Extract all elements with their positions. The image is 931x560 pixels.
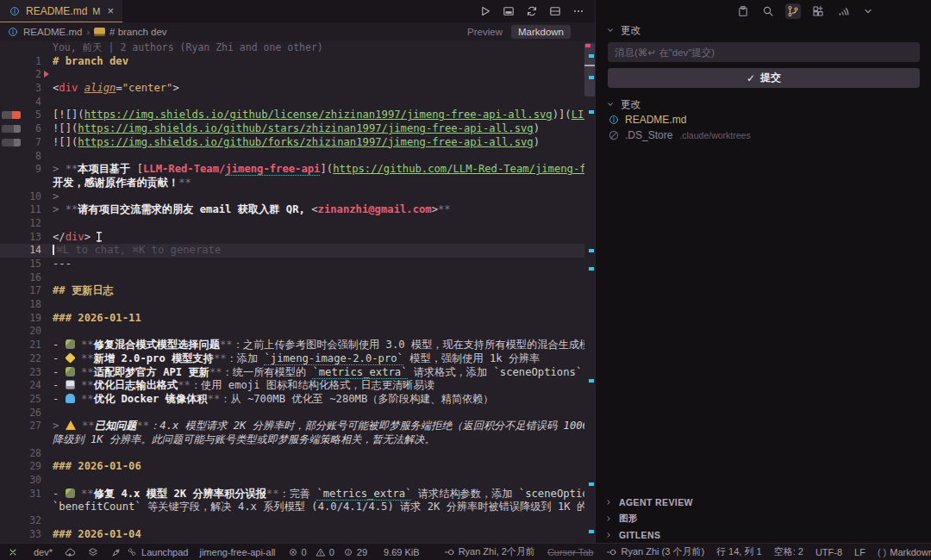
status-language-mode[interactable]: ( )Markdown xyxy=(878,547,931,557)
search-icon[interactable] xyxy=(760,3,776,19)
mode-preview[interactable]: Preview xyxy=(467,27,503,37)
code-line[interactable]: 29### 2026-01-06 xyxy=(0,460,584,474)
stars-badge-thumbnail xyxy=(0,122,22,136)
code-line[interactable]: 5[![](https://img.shields.io/github/lice… xyxy=(0,109,584,122)
status-cursor-indicator[interactable] xyxy=(7,546,19,558)
code-line[interactable]: 11> **请有项目交流需求的朋友 email 获取入群 QR, <zinanz… xyxy=(0,203,584,217)
code-line[interactable]: 6![](https://img.shields.io/github/stars… xyxy=(0,122,584,136)
overview-ruler-scrollbar[interactable] xyxy=(584,41,595,543)
status-label: Launchpad xyxy=(141,547,188,557)
gutter xyxy=(0,420,22,433)
code-line[interactable]: 降级到 1K 分辨率。此问题可能与账号类型或即梦服务端策略相关，暂无法解决。 xyxy=(0,433,584,447)
breadcrumb-symbol[interactable]: # branch dev xyxy=(109,27,167,37)
section-label: 图形 xyxy=(619,513,638,525)
panel-section-agent-review[interactable]: AGENT REVIEW xyxy=(596,494,931,510)
breadcrumb[interactable]: README.md › # branch dev xyxy=(7,26,167,38)
changed-file-.DS_Store[interactable]: .DS_Store.claude/worktrees xyxy=(596,128,931,143)
status-publish[interactable] xyxy=(64,546,76,558)
line-text: > **本项目基于 [LLM-Red-Team/jimeng-free-api]… xyxy=(53,163,584,177)
broadcast-icon[interactable] xyxy=(835,3,851,19)
info-icon xyxy=(9,6,20,16)
code-line[interactable]: 8 xyxy=(0,150,584,164)
code-line[interactable]: `benefitCount` 等关键字段，解决 4.x 系列模型 (4.0/4.… xyxy=(0,501,584,514)
code-line[interactable]: 18 xyxy=(0,298,584,312)
line-text: ![](https://img.shields.io/github/forks/… xyxy=(53,136,540,150)
status-worktrees[interactable] xyxy=(87,546,99,558)
status-indentation[interactable]: 空格: 2 xyxy=(774,545,803,558)
code-line[interactable]: 24- **优化日志输出格式**：使用 emoji 图标和结构化格式，日志更清晰… xyxy=(0,379,584,393)
cyan-change-marker xyxy=(589,530,594,533)
commit-message-input[interactable] xyxy=(608,42,920,62)
more-icon[interactable] xyxy=(572,5,584,17)
status-encoding[interactable]: UTF-8 xyxy=(815,547,842,557)
line-number: 23 xyxy=(22,366,41,380)
status-blame-2[interactable]: Ryan Zhi (3 个月前) xyxy=(605,545,704,558)
source-control-icon[interactable] xyxy=(785,3,801,19)
chevron-right-icon: › xyxy=(86,27,90,37)
gutter xyxy=(0,339,22,352)
tab-readme[interactable]: README.md M × xyxy=(0,0,122,22)
status-problems[interactable]: 0029 xyxy=(287,546,373,558)
status-file-size[interactable]: 9.69 KiB xyxy=(384,547,420,557)
rocket-icon xyxy=(111,547,122,557)
code-line[interactable]: 19### 2026-01-11 xyxy=(0,312,584,326)
changed-file-README.md[interactable]: README.md xyxy=(596,112,931,128)
commit-button-label: 提交 xyxy=(760,71,781,85)
code-line[interactable]: 17## 更新日志 xyxy=(0,284,584,298)
code-editor[interactable]: You, 前天 | 2 authors (Ryan Zhi and one ot… xyxy=(0,41,584,543)
status-git-branch[interactable]: dev* xyxy=(30,547,53,557)
play-icon[interactable] xyxy=(479,5,491,17)
code-line[interactable]: 7![](https://img.shields.io/github/forks… xyxy=(0,136,584,150)
code-line[interactable]: 12 xyxy=(0,217,584,231)
code-line[interactable]: 32 xyxy=(0,514,584,528)
code-line[interactable]: 33### 2026-01-04 xyxy=(0,528,584,542)
code-line[interactable]: 28 xyxy=(0,447,584,461)
modified-badge: M xyxy=(92,6,100,16)
chevron-down-icon[interactable] xyxy=(860,3,876,19)
preview-icon[interactable] xyxy=(503,5,515,17)
code-line[interactable]: 30 xyxy=(0,474,584,488)
code-line[interactable]: 开发，感谢原作者的贡献！** xyxy=(0,177,584,190)
code-line[interactable]: 22- **新增 2.0-pro 模型支持**：添加 `jimeng-image… xyxy=(0,352,584,366)
code-line[interactable]: 9> **本项目基于 [LLM-Red-Team/jimeng-free-api… xyxy=(0,163,584,177)
commit-button[interactable]: ✓ 提交 xyxy=(608,68,920,88)
code-line[interactable]: 25- **优化 Docker 镜像体积**：从 ~700MB 优化至 ~280… xyxy=(0,393,584,407)
code-line[interactable]: 16 xyxy=(0,271,584,285)
panel-section-图形[interactable]: 图形 xyxy=(596,510,931,526)
code-line[interactable]: 21- **修复混合模式模型选择问题**：之前上传参考图时会强制使用 3.0 模… xyxy=(0,339,584,352)
close-tab-icon[interactable]: × xyxy=(108,4,115,17)
status-blame-1[interactable]: Ryan Zhi, 2个月前 xyxy=(443,545,535,558)
split-icon[interactable] xyxy=(549,5,561,17)
code-line[interactable]: 23- **适配即梦官方 API 更新**：统一所有模型的 `metrics_e… xyxy=(0,366,584,380)
code-line[interactable]: 14⌘L to chat, ⌘K to generate xyxy=(0,244,584,258)
status-eol[interactable]: LF xyxy=(854,547,865,557)
code-line[interactable]: 1# branch dev xyxy=(0,55,584,69)
code-line[interactable]: 27> **已知问题**：4.x 模型请求 2K 分辨率时，部分账号可能被即梦服… xyxy=(0,420,584,433)
status-cursor-tab[interactable]: Cursor Tab xyxy=(547,547,594,557)
code-line[interactable]: 2 xyxy=(0,68,584,82)
line-number: 6 xyxy=(22,122,41,136)
code-line[interactable]: 4 xyxy=(0,96,584,109)
changes-section-header[interactable]: 更改 xyxy=(596,96,931,112)
scrollbar-thumb[interactable] xyxy=(584,43,595,96)
panel-section-gitlens[interactable]: GITLENS xyxy=(596,526,931,543)
code-line[interactable]: 15--- xyxy=(0,258,584,271)
scm-provider-header[interactable]: 更改 xyxy=(596,22,931,38)
code-line[interactable]: 3<div align="center"> xyxy=(0,82,584,96)
compare-icon[interactable] xyxy=(526,5,538,17)
text-cursor xyxy=(53,245,54,255)
status-repo-name[interactable]: jimeng-free-api-all xyxy=(199,547,275,557)
code-line[interactable]: 31- **修复 4.x 模型 2K 分辨率积分误报**：完善 `metrics… xyxy=(0,488,584,501)
code-line[interactable]: 13</div> xyxy=(0,231,584,245)
mode-markdown[interactable]: Markdown xyxy=(511,25,571,39)
code-line[interactable]: 20 xyxy=(0,325,584,339)
code-line[interactable]: 10> xyxy=(0,190,584,204)
line-number: 33 xyxy=(22,528,41,542)
extensions-icon[interactable] xyxy=(810,3,826,19)
copy-icon[interactable] xyxy=(735,3,751,19)
status-launchpad[interactable]: Launchpad xyxy=(110,546,188,558)
status-cursor-position[interactable]: 行 14, 列 1 xyxy=(716,545,762,558)
breadcrumb-file[interactable]: README.md xyxy=(23,27,82,37)
line-number: 31 xyxy=(22,488,41,501)
code-line[interactable]: 26 xyxy=(0,407,584,420)
